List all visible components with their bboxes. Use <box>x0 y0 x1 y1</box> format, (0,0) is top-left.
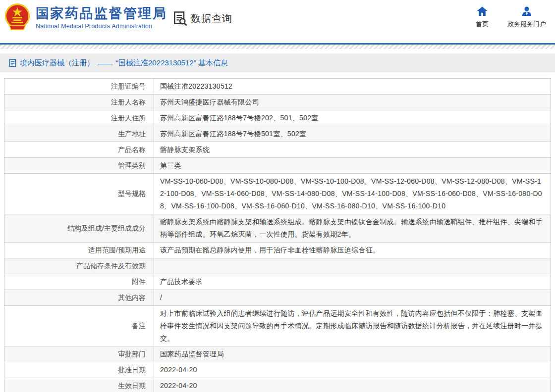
site-header: 国家药品监督管理局 National Medical Products Admi… <box>0 0 555 43</box>
row-label: 管理类别 <box>4 158 154 174</box>
row-label: 适用范围/预期用途 <box>4 243 154 258</box>
table-row: 管理类别第三类 <box>4 158 551 174</box>
row-value: 髂静脉支架系统 <box>154 142 551 158</box>
home-icon <box>477 6 488 16</box>
national-emblem-icon <box>4 3 31 32</box>
page-icon <box>9 59 16 67</box>
row-value: 对上市前临床试验入组的患者继续进行随访，评估产品远期安全性和有效性，随访内容应包… <box>154 306 551 346</box>
row-label: 注册人住所 <box>4 110 154 126</box>
row-label: 注册人名称 <box>4 95 154 110</box>
nav-item-home[interactable]: 首页 <box>476 6 489 29</box>
row-value: 国械注准20223130512 <box>154 79 551 95</box>
table-row: 附件产品技术要求 <box>4 274 551 290</box>
breadcrumb: 境内医疗器械（注册） —— “国械注准20223130512” 基本信息 <box>0 53 555 72</box>
org-title-block: 国家药品监督管理局 National Medical Products Admi… <box>36 5 167 30</box>
row-value: 髂静脉支架系统由髂静脉支架和输送系统组成。髂静脉支架由镍钛合金制成。输送系统由输… <box>154 214 551 243</box>
org-name-cn: 国家药品监督管理局 <box>36 5 167 21</box>
table-row: 审批部门国家药品监督管理局 <box>4 346 551 362</box>
row-label: 审批部门 <box>4 346 154 362</box>
registration-info-table: 注册证编号国械注准20223130512注册人名称苏州天鸿盛捷医疗器械有限公司注… <box>4 78 551 392</box>
row-label: 结构及组成/主要组成成分 <box>4 214 154 243</box>
hatched-band <box>0 45 555 49</box>
nmpa-emblem-logo[interactable] <box>4 3 31 32</box>
data-query-label: 数据查询 <box>191 12 232 25</box>
table-row: 产品储存条件及有效期 <box>4 258 551 274</box>
table-row: 型号规格VM-SS-10-060-D08、VM-SS-10-080-D08、VM… <box>4 174 551 214</box>
nav-item-gov-portal[interactable]: 政务服务门户 <box>507 6 546 29</box>
row-label: 附件 <box>4 274 154 290</box>
row-value: 国家药品监督管理局 <box>154 346 551 362</box>
breadcrumb-section: 境内医疗器械（注册） <box>20 58 94 68</box>
registration-info-table-wrap: 注册证编号国械注准20223130512注册人名称苏州天鸿盛捷医疗器械有限公司注… <box>4 78 551 392</box>
table-row: 产品名称髂静脉支架系统 <box>4 142 551 158</box>
row-value: / <box>154 290 551 306</box>
table-row: 生产地址苏州高新区富春江路188号7号楼501室、502室 <box>4 126 551 142</box>
row-label: 产品名称 <box>4 142 154 158</box>
table-row: 结构及组成/主要组成成分髂静脉支架系统由髂静脉支架和输送系统组成。髂静脉支架由镍… <box>4 214 551 243</box>
row-value: 2022-04-20 <box>154 362 551 378</box>
table-row: 注册证编号国械注准20223130512 <box>4 79 551 95</box>
page-title: “国械注准20223130512” 基本信息 <box>116 58 228 68</box>
table-row: 备注对上市前临床试验入组的患者继续进行随访，评估产品远期安全性和有效性，随访内容… <box>4 306 551 346</box>
row-label: 生产地址 <box>4 126 154 142</box>
org-name-en: National Medical Products Administration <box>36 23 167 30</box>
nav-item-label: 首页 <box>476 20 489 29</box>
row-value: 苏州天鸿盛捷医疗器械有限公司 <box>154 95 551 110</box>
data-query-tab[interactable]: 数据查询 <box>173 11 232 26</box>
table-row: 生效日期2022-04-20 <box>4 378 551 392</box>
row-value <box>154 258 551 274</box>
row-label: 注册证编号 <box>4 79 154 95</box>
row-label: 备注 <box>4 306 154 346</box>
row-label: 产品储存条件及有效期 <box>4 258 154 274</box>
row-label: 型号规格 <box>4 174 154 214</box>
row-label: 生效日期 <box>4 378 154 392</box>
row-value: VM-SS-10-060-D08、VM-SS-10-080-D08、VM-SS-… <box>154 174 551 214</box>
table-row: 其他内容/ <box>4 290 551 306</box>
row-value: 该产品预期在髂总静脉内使用，用于治疗非血栓性髂静脉压迫综合征。 <box>154 243 551 258</box>
row-label: 其他内容 <box>4 290 154 306</box>
table-row: 注册人名称苏州天鸿盛捷医疗器械有限公司 <box>4 95 551 110</box>
person-icon <box>521 6 532 16</box>
row-value: 苏州高新区富春江路188号7号楼501室、502室 <box>154 126 551 142</box>
breadcrumb-separator: —— <box>98 59 112 67</box>
document-search-icon <box>173 11 187 26</box>
row-value: 第三类 <box>154 158 551 174</box>
row-value: 苏州高新区富春江路188号7号楼202、501、502室 <box>154 110 551 126</box>
row-value: 产品技术要求 <box>154 274 551 290</box>
row-label: 批准日期 <box>4 362 154 378</box>
row-value: 2022-04-20 <box>154 378 551 392</box>
table-row: 批准日期2022-04-20 <box>4 362 551 378</box>
table-row: 适用范围/预期用途该产品预期在髂总静脉内使用，用于治疗非血栓性髂静脉压迫综合征。 <box>4 243 551 258</box>
header-nav: 首页 政务服务门户 <box>476 6 546 29</box>
info-table-body: 注册证编号国械注准20223130512注册人名称苏州天鸿盛捷医疗器械有限公司注… <box>4 79 551 392</box>
nav-item-label: 政务服务门户 <box>507 20 546 29</box>
table-row: 注册人住所苏州高新区富春江路188号7号楼202、501、502室 <box>4 110 551 126</box>
